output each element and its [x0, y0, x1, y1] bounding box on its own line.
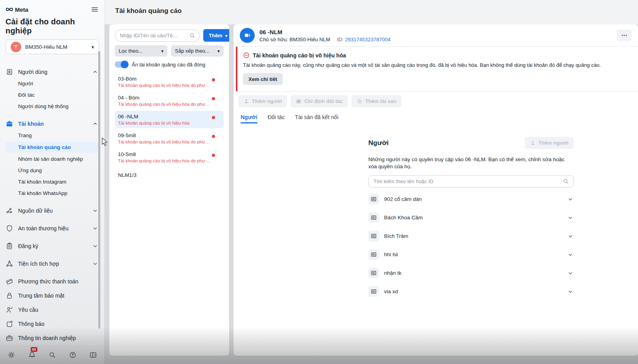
person-name: 902 cổ cầm dàn [384, 196, 563, 202]
sidebar-scrollbar[interactable] [98, 51, 100, 329]
sidebar-item-label: An toàn thương hiệu [18, 225, 88, 232]
asset-search-input[interactable] [120, 33, 189, 39]
sidebar-item-label: Nhóm tài sản doanh nghiệp [18, 156, 83, 162]
person-name: Bích Trâm [384, 233, 563, 239]
sort-dropdown[interactable]: Sắp xếp theo... [171, 45, 224, 57]
sidebar-item-nguoi-dung-he-thong[interactable]: Người dùng hệ thống [6, 101, 99, 112]
sidebar-item-ung-dung[interactable]: Ứng dụng [6, 165, 99, 176]
sidebar-item-thong-tin-doanh-nghiep[interactable]: Thông tin doanh nghiệp [6, 331, 99, 345]
see-details-button[interactable]: Xem chi tiết [243, 73, 283, 85]
sidebar-item-nguoi[interactable]: Người [6, 78, 99, 89]
people-search-input[interactable] [373, 178, 563, 184]
caret-down-icon [92, 43, 94, 50]
business-selector[interactable]: T BM350-Hiếu NLM [6, 39, 99, 54]
chevron-down-icon [568, 197, 573, 202]
account-status: Tài khoản quảng cáo bị vô hiệu hóa do ph… [118, 158, 210, 163]
people-description: Những người này có quyền truy cập vào 06… [368, 156, 574, 170]
meta-infinity-icon [6, 6, 13, 13]
person-row[interactable]: nhận tk [368, 264, 574, 282]
more-options-button[interactable] [617, 29, 632, 41]
sidebar-item-nguon-du-lieu[interactable]: Nguồn dữ liệu [6, 205, 99, 217]
add-person-button[interactable]: Thêm người [525, 137, 574, 149]
sidebar-item-tai-khoan-quang-cao[interactable]: Tài khoản quảng cáo [6, 142, 99, 153]
sidebar-item-label: Tiện ích tích hợp [18, 261, 88, 267]
sidebar-item-thong-bao[interactable]: Thông báo [6, 317, 99, 331]
tab-doi-tac[interactable]: Đối tác [268, 114, 285, 123]
sidebar-item-nguoi-dung[interactable]: Người dùng [6, 66, 99, 78]
assign-partner-button[interactable]: Chỉ định đối tác [291, 95, 348, 107]
business-settings-app: Meta Cài đặt cho doanh nghiệp T BM350-Hi… [0, 0, 638, 364]
clipboard-icon [6, 242, 13, 250]
add-person-button[interactable]: Thêm người [238, 95, 287, 107]
menu-icon[interactable] [90, 5, 99, 14]
account-name: 03-Bòm [118, 76, 210, 82]
sidebar-item-label: Đối tác [18, 92, 35, 98]
asset-search-box [115, 29, 200, 42]
person-row[interactable]: via xd [368, 282, 574, 301]
ad-account-list-item[interactable]: 09-5m8 Tài khoản quảng cáo bị vô hiệu hó… [115, 130, 224, 147]
button-label: Thêm tài sản [365, 98, 396, 104]
button-label: Thêm người [539, 140, 568, 146]
sidebar-item-whatsapp[interactable]: Tài khoản WhatsApp [6, 188, 99, 199]
person-row[interactable]: Bích Trâm [368, 227, 574, 245]
person-name: nhận tk [384, 270, 563, 276]
add-button[interactable]: Thêm [203, 29, 229, 42]
warning-body: Tài khoản quảng cáo này, cũng như quảng … [243, 62, 632, 68]
account-name: 10-5m8 [118, 151, 210, 157]
sidebar-item-instagram[interactable]: Tài khoản Instagram [6, 176, 99, 188]
button-label: Thêm người [252, 98, 282, 104]
person-row[interactable]: Bách Khoa Cầm [368, 208, 574, 227]
sidebar-item-trung-tam-bao-mat[interactable]: Trung tâm bảo mật [6, 289, 99, 303]
notifications-bell-icon[interactable]: 99 [28, 351, 36, 359]
chevron-down-icon [568, 215, 573, 220]
sidebar-item-phuong-thuc-thanh-toan[interactable]: Phương thức thanh toán [6, 274, 99, 289]
ad-account-list-item[interactable]: 10-5m8 Tài khoản quảng cáo bị vô hiệu hó… [115, 149, 224, 166]
sidebar-item-tai-khoan[interactable]: Tài khoản [6, 118, 99, 130]
button-label: Chỉ định đối tác [304, 98, 343, 104]
chevron-down-icon [568, 289, 573, 294]
ad-account-list-item-selected[interactable]: 06 -NLM Tài khoản quảng cáo bị vô hiệu h… [115, 111, 224, 128]
sidebar-item-dang-ky[interactable]: Đăng ký [6, 240, 99, 252]
sidebar-item-label: Trang [18, 132, 32, 138]
sidebar-item-trang[interactable]: Trang [6, 130, 99, 141]
add-asset-button[interactable]: Thêm tài sản [351, 95, 401, 107]
tab-tai-san-da-ket-noi[interactable]: Tài sản đã kết nối [295, 114, 338, 123]
sidebar-item-label: Người dùng [18, 69, 88, 75]
sidebar-item-yeu-cau[interactable]: Yêu cầu [6, 303, 99, 317]
tab-nguoi[interactable]: Người [241, 114, 257, 123]
settings-gear-icon[interactable] [7, 351, 16, 359]
filter-label: Lọc theo... [119, 48, 143, 54]
search-icon[interactable] [48, 351, 57, 359]
briefcase-outline-icon [6, 334, 13, 342]
ad-account-list-item[interactable]: NLM1/3 [115, 167, 224, 181]
filter-dropdown[interactable]: Lọc theo... [115, 45, 167, 57]
account-header: 06 -NLM Chủ sở hữu: BM350-Hiếu NLM ID: 2… [234, 24, 638, 46]
business-name: BM350-Hiếu NLM [25, 44, 88, 50]
account-id-value[interactable]: 2931745323787004 [345, 37, 391, 42]
account-name: 04 - Bòm [118, 95, 210, 101]
person-card-icon [368, 268, 379, 278]
assign-partner-icon [296, 98, 302, 104]
account-owner: Chủ sở hữu: BM350-Hiếu NLM [259, 37, 330, 42]
ad-account-list-item[interactable]: 03-Bòm Tài khoản quảng cáo bị vô hiệu hó… [115, 73, 224, 90]
help-icon[interactable] [68, 351, 77, 359]
disabled-flag-dot [212, 78, 215, 81]
notification-icon [6, 320, 13, 328]
sidebar-item-label: Người dùng hệ thống [18, 103, 68, 109]
person-row[interactable]: 902 cổ cầm dàn [368, 190, 574, 208]
sidebar-item-nhom-tai-san[interactable]: Nhóm tài sản doanh nghiệp [6, 153, 99, 165]
caret-down-icon [217, 48, 220, 54]
sidebar-item-tien-ich-tich-hop[interactable]: Tiện ích tích hợp [6, 258, 99, 270]
disabled-flag-dot [212, 135, 215, 138]
ad-account-avatar-icon [240, 28, 255, 43]
person-row[interactable]: hhi hii [368, 245, 574, 264]
sidebar-nav: Người dùng Người Đối tác Người dùng hệ t… [6, 66, 99, 345]
shield-icon [6, 224, 13, 232]
sidebar-item-doi-tac[interactable]: Đối tác [6, 89, 99, 101]
integrations-icon [6, 260, 13, 268]
sidebar-item-an-toan-thuong-hieu[interactable]: An toàn thương hiệu [6, 222, 99, 234]
sort-label: Sắp xếp theo... [175, 48, 209, 54]
collapse-sidebar-icon[interactable] [89, 351, 97, 359]
ad-account-list-item[interactable]: 04 - Bòm Tài khoản quảng cáo bị vô hiệu … [115, 92, 224, 109]
hide-closed-accounts-toggle[interactable] [115, 61, 128, 68]
